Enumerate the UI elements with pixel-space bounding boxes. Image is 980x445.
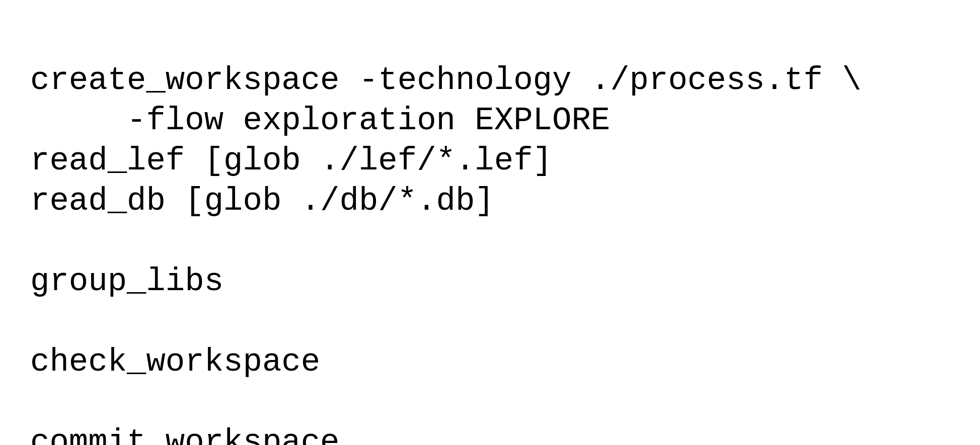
code-line	[30, 221, 950, 261]
code-line	[30, 382, 950, 422]
code-line: read_lef [glob ./lef/*.lef]	[30, 141, 950, 181]
code-line: -flow exploration EXPLORE	[30, 101, 950, 141]
code-line: check_workspace	[30, 342, 950, 382]
code-editor: create_workspace -technology ./process.t…	[0, 0, 980, 445]
code-line	[30, 302, 950, 342]
code-line: create_workspace -technology ./process.t…	[30, 60, 950, 101]
code-line: commit_workspace	[30, 422, 950, 445]
code-line: read_db [glob ./db/*.db]	[30, 181, 950, 221]
code-line: group_libs	[30, 261, 950, 302]
